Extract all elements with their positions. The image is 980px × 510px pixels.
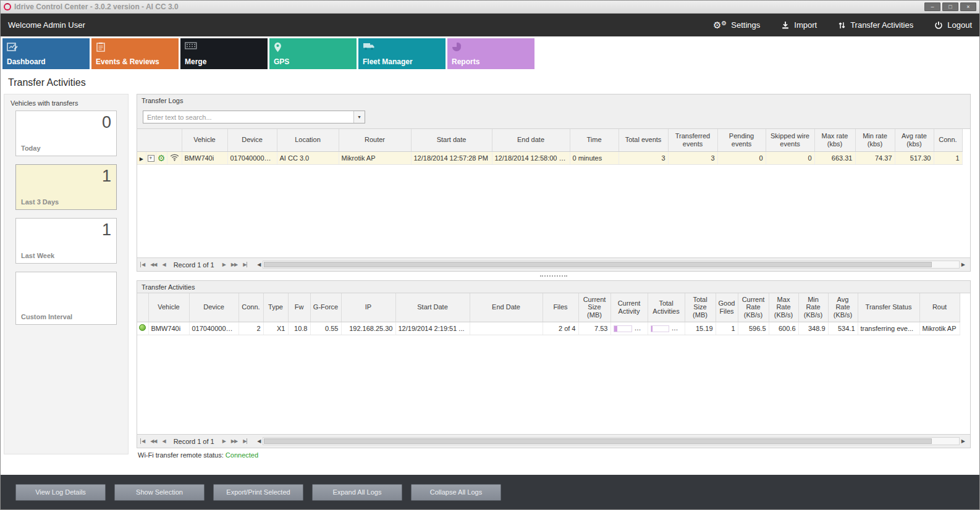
last-3-days-count: 1 [21,167,111,186]
acts-col-ip[interactable]: IP [341,293,395,322]
logs-col-pending-events[interactable]: Pending events [717,129,766,151]
fast-prev-button[interactable]: ◀◀ [148,438,158,444]
log-search-input[interactable] [143,111,353,123]
filter-card-today[interactable]: 0 Today [15,111,117,156]
show-selection-button[interactable]: Show Selection [114,484,205,501]
tile-dashboard-label: Dashboard [7,57,46,66]
filter-card-custom-interval[interactable]: Custom Interval [15,272,117,325]
close-button[interactable]: × [960,2,976,11]
acts-col-max-rate[interactable]: Max Rate (KB/s) [769,293,798,322]
acts-col-good-files[interactable]: Good Files [716,293,738,322]
export-print-selected-button[interactable]: Export/Print Selected [213,484,303,501]
horizontal-scrollbar[interactable] [263,437,959,445]
scroll-right-button[interactable]: ▶ [960,438,967,444]
logs-col-transferred-events[interactable]: Transferred events [668,129,717,151]
logs-col-end-date[interactable]: End date [492,129,570,151]
splitter-handle[interactable] [540,275,567,277]
logs-col-device[interactable]: Device [227,129,277,151]
logs-col-total-events[interactable]: Total events [619,129,668,151]
logs-col-conn[interactable]: Conn. [934,129,962,151]
tile-merge[interactable]: Merge [180,38,268,69]
cell-max-rate: 600.6 [769,322,798,335]
acts-col-type[interactable]: Type [263,293,288,322]
sidebar-title: Vehicles with transfers [4,98,128,111]
cell-current-rate: 596.5 [738,322,769,335]
acts-col-router[interactable]: Rout [919,293,960,322]
expand-all-logs-button[interactable]: Expand All Logs [312,484,402,501]
logs-col-skipped-wire-events[interactable]: Skipped wire events [766,129,814,151]
scrollbar-thumb[interactable] [264,262,931,267]
acts-col-end-date[interactable]: End Date [470,293,543,322]
acts-col-conn[interactable]: Conn. [239,293,263,322]
acts-col-avg-rate[interactable]: Avg Rate (KB/s) [828,293,858,322]
acts-col-total-activities[interactable]: Total Activities [648,293,685,322]
acts-col-transfer-status[interactable]: Transfer Status [858,293,919,322]
logs-col-start-date[interactable]: Start date [411,129,492,151]
logs-col-min-rate[interactable]: Min rate (kbs) [855,129,895,151]
acts-col-min-rate[interactable]: Min Rate (KB/s) [798,293,828,322]
last-page-button[interactable]: ▶ [241,262,247,267]
tile-events-reviews[interactable]: Events & Reviews [91,38,179,69]
logs-col-router[interactable]: Router [339,129,411,151]
logs-col-location[interactable]: Location [277,129,339,151]
acts-col-total-size[interactable]: Total Size (MB) [685,293,716,322]
cell-total-events: 3 [619,151,668,164]
expand-row-button[interactable]: + [148,155,154,162]
cell-transfer-status: transferring eve... [858,322,919,335]
acts-col-device[interactable]: Device [189,293,239,322]
transfer-activities-button[interactable]: Transfer Activities [838,20,913,30]
acts-col-gforce[interactable]: G-Force [310,293,341,322]
settings-button[interactable]: ⚙⚙ Settings [713,20,760,30]
last-page-button[interactable]: ▶ [241,438,247,444]
logs-col-time[interactable]: Time [570,129,619,151]
record-indicator: Record 1 of 1 [174,438,214,445]
next-page-button[interactable]: ▶ [221,262,227,267]
import-button[interactable]: Import [781,20,817,30]
prev-page-button[interactable]: ◀ [160,262,167,267]
import-icon [781,21,790,30]
transfer-log-row[interactable]: ▶ + ⚙ BMW740i 017040000038 AI CC 3.0 Mik… [137,151,962,164]
horizontal-scrollbar[interactable] [263,261,959,269]
transfer-activity-row[interactable]: BMW740i 017040000038 2 X1 10.8 0.55 192.… [137,322,960,335]
logout-button[interactable]: Logout [934,20,972,30]
tile-fleet-manager[interactable]: Fleet Manager [358,38,446,69]
cell-min-rate: 74.37 [855,151,895,164]
acts-col-current-size[interactable]: Current Size (MB) [578,293,610,322]
acts-col-files[interactable]: Files [543,293,578,322]
scroll-right-button[interactable]: ▶ [960,262,967,267]
logs-col-max-rate[interactable]: Max rate (kbs) [814,129,855,151]
scroll-left-button[interactable]: ◀ [255,438,263,444]
logs-col-avg-rate[interactable]: Avg rate (kbs) [895,129,934,151]
acts-col-current-rate[interactable]: Current Rate (KB/s) [738,293,769,322]
prev-page-button[interactable]: ◀ [160,438,167,444]
next-page-button[interactable]: ▶ [221,438,227,444]
logs-col-vehicle[interactable]: Vehicle [182,129,227,151]
acts-col-fw[interactable]: Fw [288,293,310,322]
tile-gps[interactable]: GPS [269,38,357,69]
acts-col-current-activity[interactable]: Current Activity [610,293,648,322]
scrollbar-thumb[interactable] [264,438,931,444]
fast-next-button[interactable]: ▶▶ [229,262,239,267]
minimize-button[interactable]: – [924,2,940,11]
cell-conn: 1 [934,151,962,164]
filter-card-last-week[interactable]: 1 Last Week [15,218,117,264]
total-activities-progressbar [651,325,669,332]
search-dropdown-button[interactable]: ▼ [353,111,365,123]
view-log-details-button[interactable]: View Log Details [15,484,106,501]
filter-card-last-3-days[interactable]: 1 Last 3 Days [15,164,117,210]
panel-splitter[interactable] [137,272,971,280]
custom-interval-label: Custom Interval [21,313,111,320]
gps-pin-icon [274,42,285,52]
scroll-left-button[interactable]: ◀ [255,262,263,267]
gear-icon[interactable]: ⚙ [158,153,166,163]
collapse-all-logs-button[interactable]: Collapse All Logs [411,484,501,501]
first-page-button[interactable]: ◀ [140,438,146,444]
maximize-button[interactable]: □ [942,2,958,11]
fast-next-button[interactable]: ▶▶ [229,438,239,444]
tile-dashboard[interactable]: Dashboard [2,38,90,69]
acts-col-vehicle[interactable]: Vehicle [148,293,189,322]
first-page-button[interactable]: ◀ [140,262,146,267]
tile-reports[interactable]: Reports [447,38,534,69]
fast-prev-button[interactable]: ◀◀ [148,262,158,267]
acts-col-start-date[interactable]: Start Date [395,293,470,322]
